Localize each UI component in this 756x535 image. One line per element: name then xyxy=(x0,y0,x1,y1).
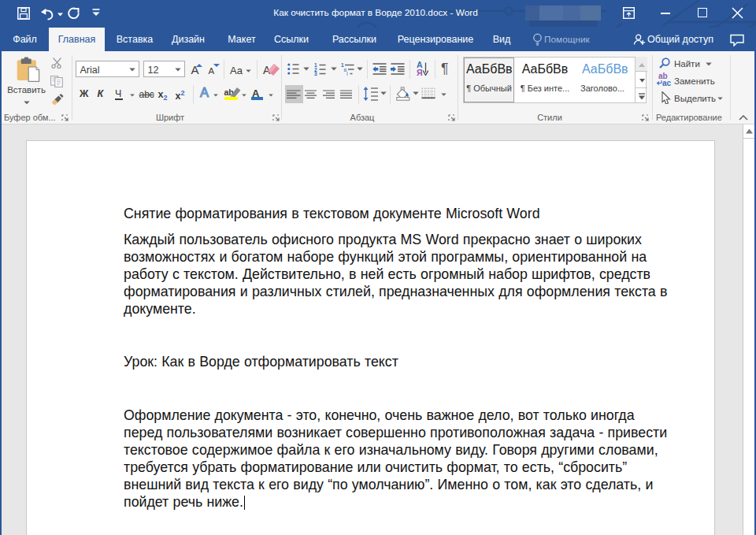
svg-text:3: 3 xyxy=(314,71,317,76)
svg-text:i: i xyxy=(346,71,348,76)
